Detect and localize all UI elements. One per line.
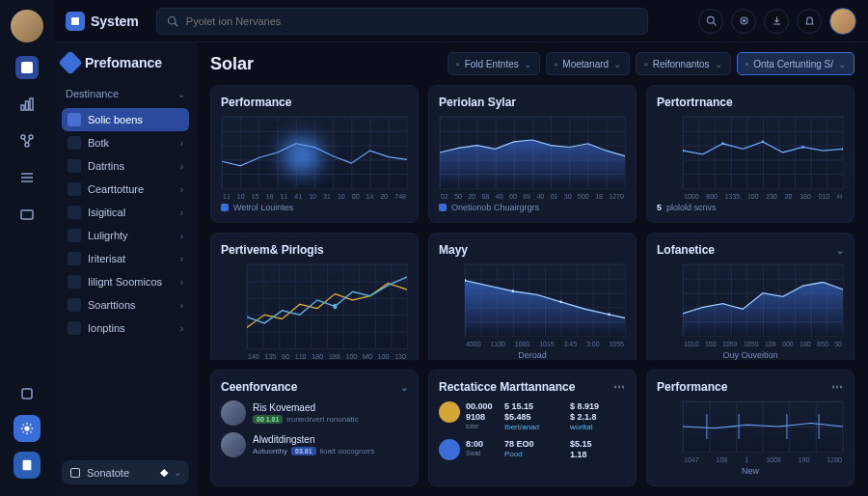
diamond-icon (58, 50, 82, 74)
brand-text: System (91, 14, 139, 29)
chevron-down-icon: ⌄ (715, 59, 722, 69)
metric: 8:00Swal (439, 439, 495, 460)
tb-bell-icon[interactable] (797, 9, 822, 34)
chart-legend: Wetrol Louintes (221, 203, 408, 212)
item-icon (68, 113, 81, 126)
card-title: Performance⋯ (657, 380, 844, 394)
sidebar-item[interactable]: Isigitical› (62, 201, 189, 224)
chart: 300900208040 (246, 263, 408, 349)
rail-badge-gear-icon[interactable] (14, 415, 41, 442)
chart-legend: 5plolold scnvs (657, 203, 844, 212)
sidebar-item[interactable]: Luligrhty› (62, 224, 189, 247)
search-box[interactable] (156, 8, 648, 35)
user-row[interactable]: Ris Kovemaed 00 1.81irorerdrvert rononat… (221, 400, 408, 426)
user-name: Alwditdingsten (253, 434, 374, 445)
chart: 105-9200250200200 (682, 263, 844, 337)
sidebar-footer-button[interactable]: Sonatote ◆ ⌄ (62, 460, 189, 484)
card-title: Pertortrnance (657, 96, 844, 109)
chevron-down-icon[interactable]: ⌄ (836, 245, 844, 256)
card-users: Ceenforvance⌄ Ris Kovemaed 00 1.81irorer… (210, 370, 419, 486)
chevron-right-icon: › (180, 323, 183, 334)
svg-rect-21 (71, 468, 80, 477)
avatar (221, 400, 246, 426)
chevron-down-icon: ⌄ (174, 467, 181, 478)
search-input[interactable] (186, 15, 637, 27)
svg-rect-10 (21, 210, 33, 219)
svg-point-22 (683, 150, 684, 152)
more-icon[interactable]: ⋯ (831, 380, 844, 394)
x-ticks: 1000800133510023020180010H (682, 193, 844, 200)
card-title: Ceenforvance⌄ (221, 380, 408, 394)
sidebar-item[interactable]: Ionptins› (62, 317, 189, 340)
diamond-small-icon: ◆ (160, 466, 168, 479)
brand-badge-icon (66, 12, 85, 31)
svg-point-12 (24, 426, 29, 430)
filter-button[interactable]: ▫Fold Entntes⌄ (448, 52, 540, 75)
svg-rect-2 (26, 101, 29, 110)
chart (221, 116, 408, 189)
user-row[interactable]: Alwditdingsten Aotuonthy03.81iloait ooco… (221, 432, 408, 457)
sidebar-item[interactable]: Botk› (62, 131, 189, 154)
sidebar-item[interactable]: Iriterisat› (62, 247, 189, 270)
metric: 78 EO0Pood (504, 439, 560, 460)
rail-home-icon[interactable] (15, 56, 39, 79)
rail-tree-icon[interactable] (15, 129, 39, 152)
item-icon (68, 182, 81, 196)
svg-rect-13 (23, 460, 32, 471)
chevron-down-icon[interactable]: ⌄ (400, 382, 408, 393)
svg-point-27 (333, 304, 337, 309)
metric: $5.151.18 (570, 439, 626, 460)
more-icon[interactable]: ⋯ (613, 380, 626, 394)
sidebar-item[interactable]: Iilignt Soomicos› (62, 270, 189, 293)
sidebar-section[interactable]: Destinance ⌄ (62, 83, 189, 104)
rail-extra-icon[interactable] (15, 382, 39, 405)
svg-point-5 (29, 135, 33, 139)
svg-line-16 (175, 23, 177, 26)
rail-folder-icon[interactable] (15, 203, 39, 226)
x-ticks: 1047108110081901280 (682, 456, 844, 463)
spark-icon: ▫ (746, 59, 749, 69)
search-icon (167, 15, 178, 27)
metric-icon (439, 401, 460, 423)
status-pill: 03.81 (291, 447, 316, 455)
rail-list-icon[interactable] (15, 166, 39, 189)
filter-button[interactable]: ▫Onta Certunting S/⌄ (737, 52, 854, 75)
brand[interactable]: System (66, 12, 139, 31)
svg-point-31 (608, 313, 610, 316)
tb-search-icon[interactable] (698, 9, 723, 34)
sidebar: Prefomance Destinance ⌄ Solic boensBotk›… (54, 42, 197, 496)
legend-dot-icon (221, 204, 229, 211)
x-ticks: 111015181141103110001420748 (221, 193, 408, 200)
filter-button[interactable]: ▫Reifonnantos⌄ (636, 52, 730, 75)
tb-download-icon[interactable] (764, 9, 789, 34)
svg-rect-0 (21, 62, 33, 73)
svg-point-6 (25, 143, 29, 147)
svg-rect-11 (22, 389, 32, 399)
chevron-down-icon: ⌄ (177, 89, 185, 99)
user-avatar[interactable] (829, 8, 856, 35)
avatar[interactable] (11, 10, 43, 42)
chart-legend: New (657, 466, 844, 476)
rail-chart-icon[interactable] (15, 93, 39, 116)
rail-badge-book-icon[interactable] (14, 452, 41, 479)
sidebar-item[interactable]: Cearttotture› (62, 178, 189, 201)
filter-button[interactable]: ▫Moetanard⌄ (546, 52, 630, 75)
item-icon (68, 229, 81, 242)
sidebar-item[interactable]: Soarttions› (62, 293, 189, 317)
chevron-right-icon: › (180, 161, 183, 172)
metric-icon (439, 439, 460, 460)
sidebar-item[interactable]: Datrtins› (62, 154, 189, 178)
svg-point-26 (842, 148, 843, 151)
chevron-down-icon: ⌄ (524, 59, 531, 69)
card-periolan: Periolan Sylar 0250200840006940013050018… (428, 85, 637, 223)
metric: $ 8.919$ 2.1.8worltat (570, 401, 626, 431)
svg-point-30 (559, 300, 561, 303)
note-icon (69, 467, 81, 479)
svg-rect-14 (71, 17, 79, 25)
filter-bar: ▫Fold Entntes⌄▫Moetanard⌄▫Reifonnantos⌄▫… (448, 52, 854, 75)
sidebar-item[interactable]: Solic boens (62, 108, 189, 131)
card-title: Performance (221, 96, 408, 109)
tb-target-icon[interactable] (731, 9, 756, 34)
page-title: Solar (210, 54, 254, 74)
chevron-right-icon: › (180, 184, 183, 195)
